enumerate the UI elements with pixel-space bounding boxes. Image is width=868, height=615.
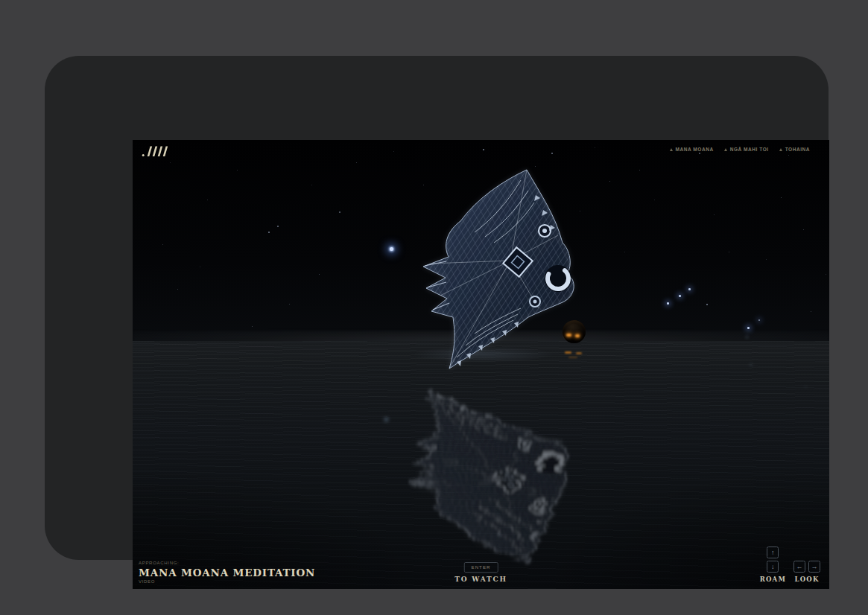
nav-item-mana-moana[interactable]: MANA MOANA <box>670 147 714 152</box>
triangle-up-icon <box>779 148 782 151</box>
arrow-down-icon: ↓ <box>771 564 775 570</box>
roam-control-group: ↑ ↓ ROAM <box>760 547 786 583</box>
nav-item-nga-mahi-toi[interactable]: NGĀ MAHI TOI <box>724 147 769 152</box>
arrow-down-key[interactable]: ↓ <box>767 561 779 573</box>
arrow-left-key[interactable]: ← <box>793 561 805 573</box>
arrow-up-icon: ↑ <box>771 549 775 556</box>
experience-screen: MANA MOANA NGĀ MAHI TOI TOHAINA APPROACH… <box>133 140 829 589</box>
nav-item-label: TOHAINA <box>785 147 810 152</box>
water-glints <box>133 140 829 589</box>
enter-key-button[interactable]: ENTER <box>464 562 498 573</box>
movement-controls: ↑ ↓ ROAM ← → LOOK <box>760 547 820 583</box>
approaching-panel: APPROACHING: MANA MOANA MEDITATION VIDEO <box>139 561 315 584</box>
arrow-right-key[interactable]: → <box>808 561 820 573</box>
main-nav: MANA MOANA NGĀ MAHI TOI TOHAINA <box>670 147 810 152</box>
arrow-up-key[interactable]: ↑ <box>767 547 779 558</box>
mana-moana-logo[interactable] <box>142 145 176 158</box>
look-control-group: ← → LOOK <box>793 561 820 583</box>
content-title: MANA MOANA MEDITATION <box>139 567 315 579</box>
nav-item-tohaina[interactable]: TOHAINA <box>779 147 810 152</box>
nav-item-label: NGĀ MAHI TOI <box>730 147 769 152</box>
media-type-label: VIDEO <box>139 579 315 584</box>
device-frame: MANA MOANA NGĀ MAHI TOI TOHAINA APPROACH… <box>45 56 829 560</box>
triangle-up-icon <box>670 148 673 151</box>
approaching-kicker: APPROACHING: <box>139 561 315 565</box>
lantern-reflection <box>568 357 577 358</box>
triangle-up-icon <box>724 148 727 151</box>
roam-label: ROAM <box>760 576 786 583</box>
enter-caption: TO WATCH <box>454 576 507 583</box>
arrow-left-icon: ← <box>796 564 803 570</box>
lantern-reflection <box>565 351 571 354</box>
enter-prompt: ENTER TO WATCH <box>454 558 507 583</box>
lantern-glow-icon <box>575 334 580 337</box>
nav-item-label: MANA MOANA <box>676 147 714 152</box>
lantern-glow-icon <box>566 334 571 337</box>
lantern-fish <box>563 320 586 343</box>
arrow-right-icon: → <box>811 564 818 570</box>
look-label: LOOK <box>795 576 820 583</box>
lantern-reflection <box>576 352 582 354</box>
